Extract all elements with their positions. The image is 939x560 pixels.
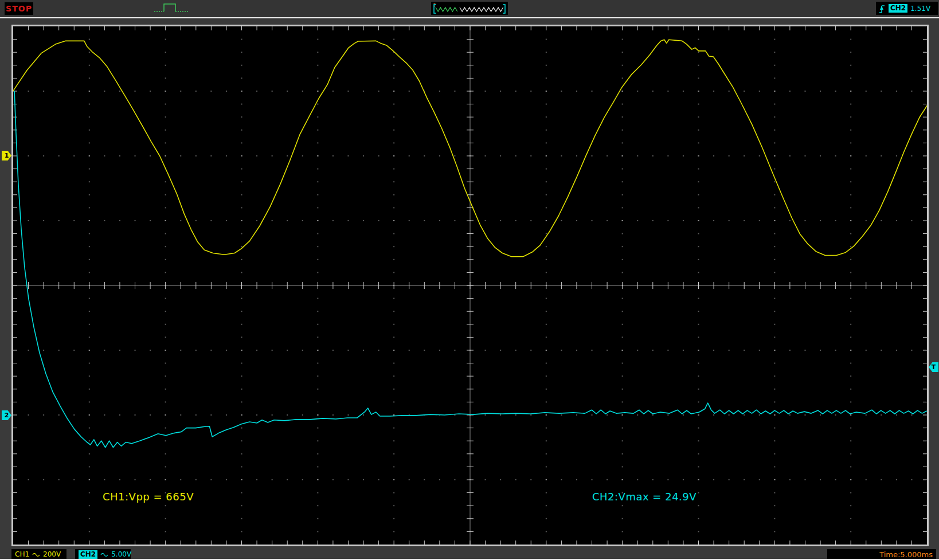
ch2-marker-label: 2 [5, 412, 9, 419]
run-state-box: STOP [5, 2, 33, 15]
top-separator-line [0, 17, 939, 18]
waveform-display-area: CH1:Vpp = 665V CH2:Vmax = 24.9V [11, 25, 929, 546]
ch2-scale-readout: 5.00V [111, 550, 131, 558]
ch1-settings-box[interactable]: CH1 200V [11, 549, 66, 559]
trigger-marker-label: T [932, 363, 936, 371]
timebase-box[interactable]: Time:5.000ms [827, 549, 936, 559]
ch1-ground-marker[interactable]: 1 [2, 151, 11, 160]
trigger-position-pulse-icon [154, 2, 189, 14]
ch1-label: CH1 [15, 550, 29, 558]
ch1-scale-readout: 200V [43, 550, 61, 558]
ch2-measurement-readout: CH2:Vmax = 24.9V [592, 491, 697, 503]
trigger-info-box[interactable]: CH2 1.51V [876, 2, 938, 15]
edge-trigger-icon [878, 3, 886, 14]
trigger-level-marker[interactable]: T [929, 362, 938, 372]
ch2-label: CH2 [79, 550, 97, 559]
top-status-bar: STOP T CH2 1.51V [0, 0, 939, 17]
timebase-readout: Time:5.000ms [879, 550, 933, 559]
ch2-settings-box[interactable]: CH2 5.00V [75, 549, 131, 559]
ch1-ac-coupling-icon [32, 552, 40, 557]
trigger-source-badge: CH2 [889, 4, 907, 13]
trigger-level-readout: 1.51V [910, 5, 930, 13]
ch1-marker-label: 1 [5, 152, 9, 159]
ch2-ground-marker[interactable]: 2 [2, 410, 11, 420]
ch2-ac-coupling-icon [100, 552, 108, 557]
preview-right-bracket-icon [503, 5, 505, 13]
waveform-memory-preview: T [431, 2, 508, 15]
oscilloscope-screen: STOP T CH2 1.51V [0, 0, 939, 560]
run-state-label: STOP [6, 4, 32, 13]
ch2-trace [14, 91, 926, 448]
ch1-measurement-readout: CH1:Vpp = 665V [103, 491, 194, 503]
